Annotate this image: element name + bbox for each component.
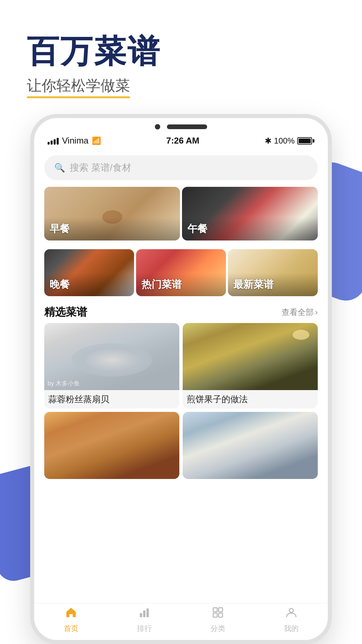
nav-home-label: 首页 [64,624,78,634]
seafood-food-bg [183,412,318,479]
status-right: ✱ 100% [265,136,314,146]
recipe-grid: by 木多小鱼 蒜蓉粉丝蒸扇贝 煎饼果子的做法 [34,323,328,479]
featured-title: 精选菜谱 [44,305,87,320]
profile-svg [285,606,297,619]
status-time: 7:26 AM [166,136,199,146]
nav-ranking-label: 排行 [137,624,152,634]
svg-rect-7 [146,608,149,617]
svg-rect-9 [219,608,223,612]
bar-chart-icon [138,606,150,622]
battery-percent: 100% [274,136,295,146]
egg-decoration [291,326,311,340]
phone-speaker [167,124,207,129]
signal-bar-2 [51,141,53,145]
recipe-noodle-image [44,412,179,479]
grid-icon [212,606,224,622]
recipe-card-pancake[interactable]: 煎饼果子的做法 [183,323,318,409]
recipe-seafood-image [183,412,318,479]
svg-rect-11 [219,613,223,617]
battery-tip [313,139,314,143]
signal-bar-3 [54,139,56,145]
recipe-card-scallop[interactable]: by 木多小鱼 蒜蓉粉丝蒸扇贝 [44,323,179,409]
noodle-food-bg [44,412,179,479]
svg-rect-6 [143,610,145,617]
signal-bar-4 [57,138,59,145]
recipe-pancake-image [183,323,318,390]
svg-rect-5 [140,613,142,617]
nav-item-ranking[interactable]: 排行 [137,606,152,634]
lunch-label: 午餐 [182,217,318,240]
svg-rect-8 [213,608,217,612]
hero-subtitle: 让你轻松学做菜 [27,76,130,96]
hot-label: 热门菜谱 [136,273,226,296]
hero-section: 百万菜谱 让你轻松学做菜 [27,34,161,96]
search-bar-wrap: 🔍 搜索 菜谱/食材 [34,149,328,187]
signal-bar-1 [48,142,50,145]
ranking-svg [138,606,150,619]
carrier-name: Vinima [62,136,88,146]
breakfast-label: 早餐 [44,217,180,240]
battery-body [297,137,312,145]
svg-rect-10 [213,613,217,617]
signal-icon [48,137,59,145]
nav-item-home[interactable]: 首页 [64,606,78,634]
new-label: 最新菜谱 [228,273,318,296]
nav-profile-label: 我的 [284,624,299,634]
phone-content: 🔍 搜索 菜谱/食材 早餐 午餐 [34,149,328,627]
status-left: Vinima 📶 [48,136,101,146]
recipe-pancake-name: 煎饼果子的做法 [183,390,318,409]
svg-point-3 [293,330,309,340]
see-all-button[interactable]: 查看全部 › [282,307,318,318]
category-breakfast[interactable]: 早餐 [44,187,180,240]
dinner-label: 晚餐 [44,273,134,296]
chevron-right-icon: › [315,308,318,317]
recipe-card-noodle[interactable] [44,412,179,479]
phone-mockup: Vinima 📶 7:26 AM ✱ 100% 🔍 搜索 菜谱/食材 [30,114,332,644]
recipe-card-seafood[interactable] [183,412,318,479]
category-svg [212,606,224,619]
search-icon: 🔍 [54,163,65,173]
recipe-scallop-name: 蒜蓉粉丝蒸扇贝 [44,390,179,409]
svg-point-12 [289,608,293,612]
battery-fill [299,139,311,143]
search-placeholder-text: 搜索 菜谱/食材 [70,161,131,174]
category-grid-row2: 晚餐 热门菜谱 最新菜谱 [34,249,328,300]
pancake-food-bg [183,323,318,390]
recipe-scallop-watermark: by 木多小鱼 [48,379,80,387]
nav-category-label: 分类 [210,624,225,634]
featured-section-header: 精选菜谱 查看全部 › [34,300,328,323]
nav-item-profile[interactable]: 我的 [284,606,299,634]
phone-camera [155,124,160,129]
category-hot[interactable]: 热门菜谱 [136,249,226,296]
see-all-label: 查看全部 [282,307,314,318]
bluetooth-icon: ✱ [265,136,272,146]
hero-title: 百万菜谱 [27,34,161,69]
category-new[interactable]: 最新菜谱 [228,249,318,296]
recipe-scallop-image: by 木多小鱼 [44,323,179,390]
phone-notch [34,118,328,133]
status-bar: Vinima 📶 7:26 AM ✱ 100% [34,133,328,149]
bottom-nav: 首页 排行 分类 [34,603,328,640]
home-icon [65,606,77,622]
category-lunch[interactable]: 午餐 [182,187,318,240]
nav-item-category[interactable]: 分类 [210,606,225,634]
wifi-icon: 📶 [92,137,101,145]
user-icon [285,606,297,622]
category-dinner[interactable]: 晚餐 [44,249,134,296]
search-bar[interactable]: 🔍 搜索 菜谱/食材 [44,155,318,180]
home-svg [65,606,77,619]
battery-icon [297,137,314,145]
category-grid-row1: 早餐 午餐 [34,187,328,249]
